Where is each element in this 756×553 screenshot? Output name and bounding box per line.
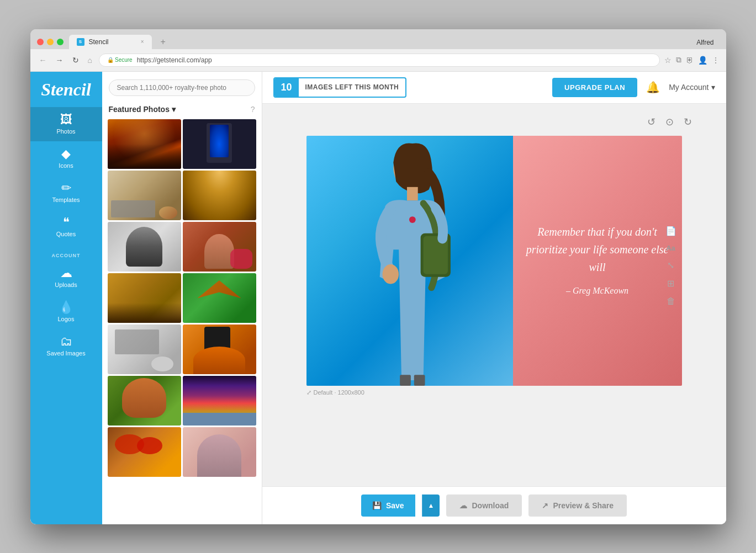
browser-user: Alfred	[696, 39, 713, 46]
redo-button[interactable]: ↻	[683, 115, 693, 129]
tab-title: Stencil	[89, 38, 109, 46]
canvas-attribution: – Greg McKeown	[566, 284, 628, 298]
home-button[interactable]: ⌂	[86, 55, 94, 66]
reload-button[interactable]: ↻	[70, 55, 81, 66]
url-display: https://getstencil.com/app	[137, 56, 212, 64]
maximize-button[interactable]	[57, 39, 64, 45]
account-menu[interactable]: My Account ▾	[669, 83, 715, 92]
photo-thumb[interactable]	[108, 119, 181, 169]
profile-icon[interactable]: 👤	[698, 56, 707, 65]
save-button[interactable]: 💾 Save	[361, 494, 415, 517]
grid-tool-button[interactable]: ⊞	[667, 278, 674, 289]
canvas-photo-left	[306, 136, 513, 386]
featured-photos-dropdown[interactable]: Featured Photos ▾	[109, 105, 176, 114]
app-container: Stencil 🖼 Photos ◆ Icons ✏ Templates ❝ Q…	[30, 72, 726, 524]
save-caret-button[interactable]: ▲	[422, 494, 440, 517]
upload-icon: ☁	[60, 267, 72, 279]
upgrade-plan-button[interactable]: UPGRADE PLAN	[552, 78, 637, 97]
undo-button[interactable]: ↺	[646, 115, 657, 129]
photo-thumb[interactable]	[108, 427, 181, 477]
photo-thumb[interactable]	[183, 427, 256, 477]
shield-icon[interactable]: ⛨	[686, 56, 694, 65]
help-icon[interactable]: ?	[251, 105, 255, 114]
secure-badge: 🔒 Secure	[107, 57, 133, 63]
sidebar-label-saved: Saved Images	[46, 350, 85, 357]
photo-thumb[interactable]	[108, 376, 181, 426]
canvas-dimensions: Default · 1200x800	[314, 389, 364, 396]
sidebar-item-uploads[interactable]: ☁ Uploads	[30, 260, 102, 295]
forward-button[interactable]: →	[54, 55, 66, 66]
photos-header: Featured Photos ▾ ?	[102, 102, 262, 117]
sidebar-label-templates: Templates	[52, 196, 80, 203]
saved-icon: 🗂	[60, 336, 72, 348]
back-button[interactable]: ←	[37, 55, 49, 66]
photos-search	[102, 72, 262, 102]
sidebar-item-icons[interactable]: ◆ Icons	[30, 141, 102, 176]
top-bar: 10 IMAGES LEFT THIS MONTH UPGRADE PLAN 🔔…	[262, 72, 726, 104]
right-tools: 📄 Aa ⤡ ⊞ 🗑	[665, 226, 676, 306]
diamond-icon: ◆	[61, 148, 71, 160]
photos-panel: Featured Photos ▾ ?	[102, 72, 262, 524]
caret-up-icon: ▲	[428, 502, 435, 509]
browser-nav: ← → ↻ ⌂ 🔒 Secure https://getstencil.com/…	[30, 49, 726, 72]
chevron-down-icon: ▾	[172, 105, 176, 114]
photos-grid-container	[102, 117, 262, 524]
photo-thumb[interactable]	[183, 119, 256, 169]
photo-thumb[interactable]	[183, 325, 256, 374]
download-cloud-icon: ☁	[459, 501, 467, 510]
sidebar-label-icons: Icons	[59, 162, 73, 169]
brush-icon: ✏	[61, 182, 71, 194]
layers-icon[interactable]: ⧉	[676, 55, 681, 65]
photo-thumb[interactable]	[183, 376, 256, 426]
canvas-quote-text: Remember that if you don't prioritize yo…	[524, 223, 671, 276]
sidebar-item-logos[interactable]: 💧 Logos	[30, 295, 102, 329]
download-label: Download	[472, 501, 509, 510]
sidebar-item-saved[interactable]: 🗂 Saved Images	[30, 329, 102, 364]
photo-search-input[interactable]	[109, 79, 255, 96]
main-area: 10 IMAGES LEFT THIS MONTH UPGRADE PLAN 🔔…	[262, 72, 726, 524]
sidebar-label-quotes: Quotes	[56, 231, 76, 237]
bottom-bar: 💾 Save ▲ ☁ Download ↗ Preview & Share	[262, 486, 726, 524]
address-bar[interactable]: 🔒 Secure https://getstencil.com/app	[99, 54, 660, 67]
text-tool-button[interactable]: Aa	[666, 244, 675, 252]
preview-share-button[interactable]: ↗ Preview & Share	[528, 494, 627, 517]
file-tool-button[interactable]: 📄	[665, 226, 676, 236]
photo-thumb[interactable]	[108, 222, 181, 272]
sidebar-item-photos[interactable]: 🖼 Photos	[30, 107, 102, 141]
delete-tool-button[interactable]: 🗑	[667, 296, 675, 306]
menu-icon[interactable]: ⋮	[712, 56, 720, 65]
canvas-info: ⤢ Default · 1200x800	[306, 389, 682, 396]
download-button[interactable]: ☁ Download	[446, 494, 522, 517]
nav-icons: ☆ ⧉ ⛨ 👤 ⋮	[664, 55, 720, 65]
person-figure	[337, 141, 482, 386]
save-label: Save	[386, 501, 404, 510]
photo-thumb[interactable]	[108, 273, 181, 323]
sidebar-item-templates[interactable]: ✏ Templates	[30, 176, 102, 210]
reset-button[interactable]: ⊙	[664, 115, 675, 129]
drop-icon: 💧	[59, 301, 73, 313]
photos-icon: 🖼	[60, 114, 72, 126]
photo-thumb[interactable]	[183, 171, 256, 220]
svg-rect-1	[407, 187, 418, 200]
canvas-image[interactable]: Remember that if you don't prioritize yo…	[306, 136, 682, 386]
resize-tool-button[interactable]: ⤡	[667, 260, 674, 270]
sidebar-item-quotes[interactable]: ❝ Quotes	[30, 210, 102, 244]
canvas-wrapper: Remember that if you don't prioritize yo…	[306, 136, 682, 396]
photo-thumb[interactable]	[183, 273, 256, 323]
photo-thumb[interactable]	[108, 171, 181, 220]
share-icon: ↗	[542, 501, 548, 510]
photo-thumb[interactable]	[108, 325, 181, 374]
featured-photos-label: Featured Photos	[109, 105, 170, 114]
close-button[interactable]	[37, 39, 44, 45]
minimize-button[interactable]	[47, 39, 54, 45]
notification-icon[interactable]: 🔔	[646, 81, 660, 94]
new-tab-button[interactable]: +	[157, 37, 169, 47]
bookmark-icon[interactable]: ☆	[664, 56, 672, 65]
tab-close-icon[interactable]: ×	[141, 39, 144, 45]
preview-label: Preview & Share	[553, 501, 614, 510]
account-label: My Account	[669, 83, 709, 92]
browser-tab[interactable]: S Stencil ×	[69, 35, 152, 49]
app-logo: Stencil	[41, 81, 91, 98]
photo-thumb[interactable]	[183, 222, 256, 272]
svg-rect-5	[400, 375, 411, 386]
